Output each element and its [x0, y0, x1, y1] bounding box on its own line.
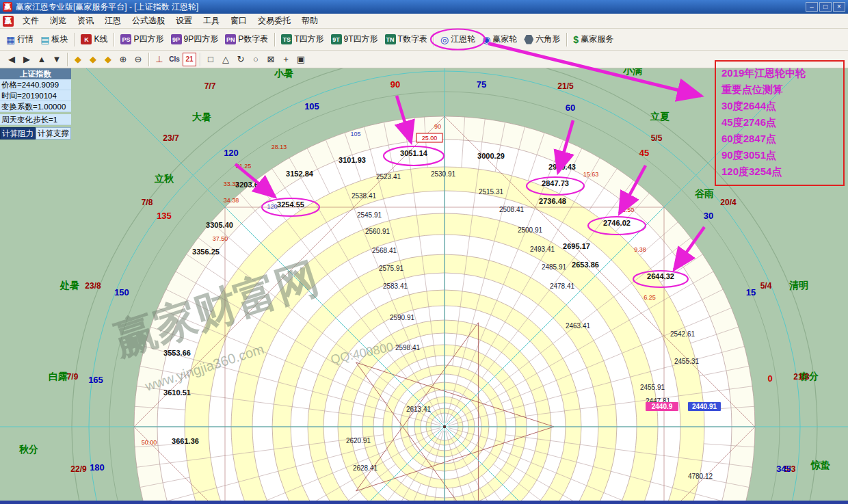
boxed-x-tool-icon[interactable]: ⊠: [264, 53, 278, 66]
wheel-label: 21/5: [557, 81, 574, 91]
calendar-icon[interactable]: 21: [183, 53, 196, 66]
toolbar-item-9p-square[interactable]: 9P9P四方形: [168, 31, 222, 47]
wheel-label: 3101.93: [339, 156, 366, 164]
wheel-label: 处暑: [59, 280, 79, 291]
window-title: 赢家江恩专业版[赢家服务平台] - [上证指数 江恩轮]: [16, 1, 198, 13]
winner-service-icon: $: [573, 35, 579, 44]
clear-icon[interactable]: Cls: [168, 53, 181, 66]
toolbar-item-sectors[interactable]: ▤板块: [37, 31, 71, 47]
zoom-out-icon[interactable]: ⊖: [131, 53, 145, 66]
9p-square-icon: 9P: [171, 34, 182, 44]
wheel-label: 150: [114, 287, 129, 297]
wheel-label: 2628.41: [353, 464, 378, 472]
wheel-label: 34.38: [224, 197, 239, 204]
toolbar-item-winner-wheel[interactable]: ◉赢家轮: [479, 31, 520, 47]
toolbar-separator: [67, 53, 68, 66]
toolbar-item-label: P四方形: [133, 34, 163, 45]
annotation-line: 45度2746点: [721, 114, 838, 131]
toolbar-item-quotes[interactable]: ▦行情: [3, 31, 37, 47]
close-button[interactable]: ×: [833, 2, 845, 12]
calc-support-button[interactable]: 计算支撑: [36, 127, 71, 140]
wheel-label: 惊蛰: [810, 460, 830, 470]
back-icon[interactable]: ◀: [5, 53, 18, 66]
crosshair-tool-icon[interactable]: +: [279, 53, 293, 66]
circle-tool-icon[interactable]: ○: [249, 53, 263, 66]
menu-item-trade[interactable]: 交易委托: [252, 13, 296, 29]
toolbar-item-kline[interactable]: KK线: [77, 31, 111, 47]
kline-icon: K: [81, 34, 92, 44]
wheel-label: 180: [90, 462, 105, 473]
annotation-box: 2019年江恩轮中轮重要点位测算30度2644点45度2746点60度2847点…: [715, 60, 845, 186]
toolbar-item-winner-service[interactable]: $赢家服务: [570, 31, 617, 47]
toolbar-item-p-table[interactable]: PNP数字表: [222, 31, 271, 47]
annotation-line: 90度3051点: [721, 147, 838, 163]
app-icon: 赢: [3, 2, 12, 12]
wheel-label: 3661.36: [172, 437, 199, 445]
menu-item-settings[interactable]: 设置: [170, 13, 198, 29]
menu-item-help[interactable]: 帮助: [296, 13, 323, 29]
wheel-label: 50.00: [142, 439, 157, 446]
menu-item-browse[interactable]: 浏览: [44, 13, 72, 29]
wheel-label: 2736.48: [539, 197, 566, 205]
gann-wheel-icon: ◎: [440, 35, 449, 44]
filter-icon[interactable]: ▼: [50, 53, 64, 66]
triangle-tool-icon[interactable]: △: [219, 53, 233, 66]
winner-wheel-icon: ◉: [482, 35, 490, 44]
wheel-label: 2695.17: [563, 242, 590, 250]
wheel-label: 135: [157, 211, 172, 221]
wheel-label: 2575.91: [379, 265, 404, 272]
wheel-label: 5/5: [651, 133, 663, 143]
menu-item-file[interactable]: 文件: [17, 13, 44, 29]
menu-bar: 赢 文件浏览资讯江恩公式选股设置工具窗口交易委托帮助: [0, 14, 848, 29]
wheel-label: 2653.86: [572, 261, 599, 269]
menu-item-gann[interactable]: 江恩: [99, 13, 127, 29]
info-row: 价格=2440.9099: [0, 79, 71, 90]
t-table-icon: TN: [385, 34, 396, 44]
lasso-tool-icon[interactable]: ▣: [294, 53, 308, 66]
minimize-button[interactable]: –: [806, 2, 818, 12]
menu-item-news[interactable]: 资讯: [72, 13, 99, 29]
wheel-label-boxed: 25.00: [422, 135, 438, 142]
diamond-minus-icon[interactable]: ◆: [101, 53, 115, 66]
toolbar-item-t-table[interactable]: TNT数字表: [382, 31, 431, 47]
menu-item-window[interactable]: 窗口: [225, 13, 252, 29]
wheel-label: 6.25: [644, 294, 656, 301]
calc-resistance-button[interactable]: 计算阻力: [0, 127, 36, 140]
wheel-label: 大暑: [192, 111, 211, 122]
wheel-label: 165: [88, 375, 103, 385]
toolbar-item-gann-wheel[interactable]: ◎江恩轮: [437, 31, 479, 47]
forward-icon[interactable]: ▶: [20, 53, 34, 66]
wheel-label: 4780.12: [688, 473, 713, 480]
annotation-line: 2019年江恩轮中轮: [721, 65, 838, 81]
quotes-icon: ▦: [6, 35, 15, 44]
up-marker-icon[interactable]: ▲: [35, 53, 49, 66]
wheel-label: 2500.91: [518, 226, 543, 234]
diamond-icon[interactable]: ◆: [86, 53, 100, 66]
toolbar-item-t-square[interactable]: TST四方形: [278, 31, 327, 47]
info-row: 变换系数=1.00000: [0, 101, 71, 112]
zoom-in-icon[interactable]: ⊕: [116, 53, 130, 66]
toolbar-item-9t-square[interactable]: 9T9T四方形: [328, 31, 382, 47]
toolbar-item-label: T四方形: [294, 34, 323, 45]
menu-item-formula-pick[interactable]: 公式选股: [127, 13, 170, 29]
toolbar-item-label: 板块: [51, 34, 68, 45]
wheel-label: 90: [390, 79, 400, 90]
rect-tool-icon[interactable]: □: [204, 53, 217, 66]
toolbar-item-label: 江恩轮: [451, 34, 475, 45]
price-tag: 2440.91: [692, 403, 717, 410]
menu-item-tools[interactable]: 工具: [198, 13, 225, 29]
wheel-label: 23/8: [85, 281, 101, 291]
wheel-label: 立秋: [154, 173, 174, 184]
toolbar-item-p-square[interactable]: PSP四方形: [117, 31, 167, 47]
wheel-label: 2455.91: [640, 384, 665, 391]
index-info-rows: 价格=2440.9099时间=20190104变换系数=1.00000周天变化步…: [0, 79, 71, 125]
rotate-tool-icon[interactable]: ↻: [234, 53, 248, 66]
toolbar-item-label: 六角形: [535, 34, 560, 45]
toolbar-item-hexagon[interactable]: 六角形: [520, 31, 564, 47]
wheel-label: 2598.41: [395, 344, 421, 352]
maximize-button[interactable]: □: [819, 2, 832, 12]
toolbar-item-label: 9P四方形: [184, 34, 219, 45]
magnet-icon[interactable]: ⊥: [153, 53, 166, 66]
diamond-plus-icon[interactable]: ◆: [71, 53, 85, 66]
wheel-label: 7/7: [204, 81, 216, 91]
